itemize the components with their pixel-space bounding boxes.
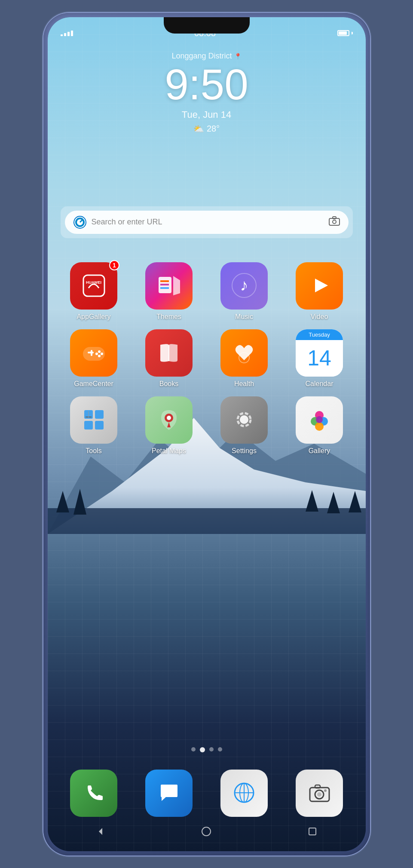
svg-rect-26 (91, 350, 92, 356)
app-item-petalmaps[interactable]: Petal Maps (137, 396, 201, 455)
nav-bar (48, 819, 366, 847)
dock-item-phone[interactable] (70, 770, 117, 817)
app-item-settings[interactable]: Settings (212, 396, 276, 455)
page-dot-3[interactable] (209, 747, 214, 751)
svg-point-27 (98, 350, 101, 353)
app-label-gamecenter: GameCenter (74, 380, 113, 388)
app-label-video: Video (311, 313, 328, 321)
app-icon-health (220, 329, 268, 377)
signal-strength-icon (61, 31, 73, 36)
app-label-music: Music (235, 313, 253, 321)
location-label: Longgang District 📍 (48, 52, 366, 61)
page-dot-1[interactable] (191, 747, 196, 751)
app-label-appgallery: AppGallery (76, 313, 110, 321)
app-item-themes[interactable]: Themes (137, 262, 201, 321)
app-item-calendar[interactable]: Tuesday 14 Calendar (287, 329, 352, 388)
nav-recent-button[interactable] (303, 822, 322, 843)
app-icon-calendar: Tuesday 14 (296, 329, 343, 377)
app-icon-music: ♪ (220, 262, 268, 310)
camera-search-icon[interactable] (329, 216, 340, 228)
app-row-1: 1 HUAWEI AppGallery (56, 262, 357, 321)
svg-rect-11 (329, 218, 340, 225)
page-dot-2[interactable] (200, 747, 205, 752)
dock-item-messages[interactable] (145, 770, 193, 817)
app-grid: 1 HUAWEI AppGallery (48, 262, 366, 463)
phone-inner: 08:08 Longgang District 📍 9:50 Tue, Jun … (48, 17, 366, 851)
app-label-tools: Tools (86, 447, 101, 455)
location-pin-icon: 📍 (234, 53, 242, 60)
dock (56, 770, 357, 817)
app-icon-themes (145, 262, 193, 310)
signal-bar-2 (64, 33, 66, 36)
app-label-books: Books (159, 380, 178, 388)
app-icon-petalmaps (145, 396, 193, 444)
svg-point-41 (240, 415, 248, 424)
calendar-inner: Tuesday 14 (296, 329, 343, 377)
app-item-gamecenter[interactable]: GameCenter (61, 329, 126, 388)
notch (164, 17, 250, 34)
app-item-health[interactable]: Health (212, 329, 276, 388)
svg-marker-23 (315, 279, 328, 292)
svg-point-46 (315, 422, 324, 431)
page-dot-4[interactable] (218, 747, 222, 751)
nav-home-button[interactable] (197, 822, 216, 843)
svg-point-56 (324, 789, 327, 792)
app-icon-tools (70, 396, 117, 444)
app-item-gallery[interactable]: Gallery (287, 396, 352, 455)
svg-point-28 (101, 353, 103, 355)
nav-back-button[interactable] (91, 822, 110, 843)
search-bar-container[interactable]: Search or enter URL (61, 206, 353, 238)
search-engine-logo (73, 216, 86, 229)
svg-rect-18 (160, 284, 169, 285)
dock-icon-phone (70, 770, 117, 817)
svg-rect-20 (160, 287, 169, 289)
battery-fill (339, 31, 347, 35)
dock-icon-browser (220, 770, 268, 817)
svg-marker-57 (99, 828, 102, 835)
battery-tip (352, 32, 353, 34)
svg-point-54 (317, 792, 321, 797)
svg-point-58 (202, 827, 211, 836)
app-icon-video (296, 262, 343, 310)
dock-item-camera[interactable] (296, 770, 343, 817)
weather-info: ⛅ 28° (48, 124, 366, 134)
svg-marker-17 (173, 276, 180, 295)
weather-icon: ⛅ (193, 124, 204, 134)
appgallery-badge: 1 (109, 260, 119, 270)
app-icon-gallery (296, 396, 343, 444)
svg-rect-55 (315, 785, 320, 788)
svg-rect-33 (95, 410, 104, 419)
app-item-tools[interactable]: Tools (61, 396, 126, 455)
svg-point-39 (167, 416, 171, 420)
app-label-health: Health (234, 380, 254, 388)
svg-text:HUAWEI: HUAWEI (86, 280, 101, 285)
screen: 08:08 Longgang District 📍 9:50 Tue, Jun … (48, 17, 366, 851)
signal-bar-3 (67, 32, 70, 36)
app-row-3: Tools Petal Maps (56, 396, 357, 455)
app-item-appgallery[interactable]: 1 HUAWEI AppGallery (61, 262, 126, 321)
svg-point-30 (95, 353, 98, 355)
dock-icon-messages (145, 770, 193, 817)
app-item-music[interactable]: ♪ Music (212, 262, 276, 321)
calendar-date-number: 14 (296, 340, 343, 377)
app-label-petalmaps: Petal Maps (152, 447, 186, 455)
app-label-calendar: Calendar (306, 380, 333, 388)
dock-item-browser[interactable] (220, 770, 268, 817)
signal-bar-1 (61, 34, 63, 36)
app-icon-appgallery: 1 HUAWEI (70, 262, 117, 310)
location-text: Longgang District (171, 52, 232, 60)
search-placeholder[interactable]: Search or enter URL (92, 218, 324, 227)
battery-icon (337, 30, 353, 36)
app-item-video[interactable]: Video (287, 262, 352, 321)
svg-rect-35 (95, 421, 104, 429)
search-bar[interactable]: Search or enter URL (65, 211, 349, 234)
svg-rect-59 (309, 828, 316, 835)
clock-time: 9:50 (48, 63, 366, 106)
weather-temp: 28° (207, 124, 220, 134)
app-icon-settings (220, 396, 268, 444)
signal-bar-4 (71, 31, 73, 36)
svg-rect-14 (83, 275, 104, 296)
svg-point-29 (98, 355, 101, 357)
svg-rect-34 (84, 421, 93, 429)
app-item-books[interactable]: Books (137, 329, 201, 388)
